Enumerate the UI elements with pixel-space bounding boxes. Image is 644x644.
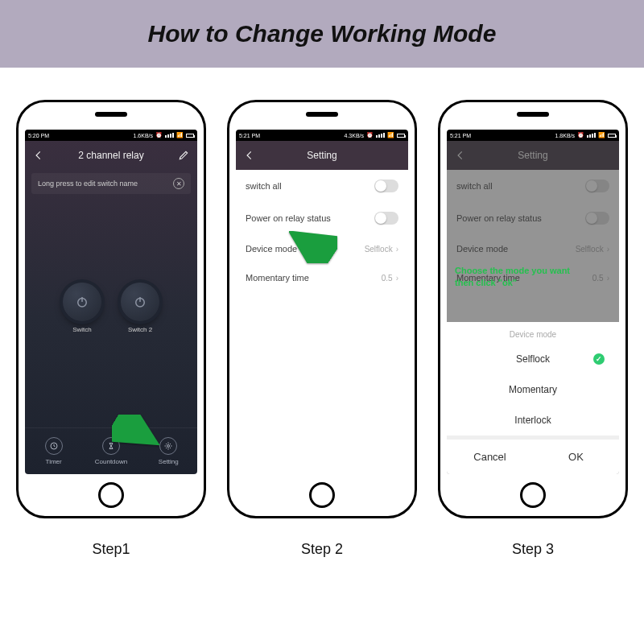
toggle-switch-all[interactable] [374, 180, 398, 192]
switch-1-label: Switch [72, 326, 92, 333]
power-icon [63, 283, 101, 321]
status-time: 5:21 PM [239, 133, 260, 138]
wifi-icon: 📶 [176, 132, 184, 138]
hint-text: Long press to edit switch name [38, 180, 138, 188]
status-rate: 4.3KB/s [344, 133, 364, 138]
screen-3: 5:21 PM 1.8KB/s ⏰ 📶 Setting [447, 130, 619, 474]
phone-speaker [306, 112, 338, 117]
gear-icon [159, 437, 177, 455]
phone-frame-2: 5:21 PM 4.3KB/s ⏰ 📶 Setting [227, 100, 417, 518]
back-icon[interactable] [244, 150, 255, 161]
option-momentary[interactable]: Momentary [447, 374, 619, 405]
switch-1-button[interactable]: Switch [63, 283, 101, 333]
switch-row: Switch Switch 2 [25, 283, 197, 333]
toggle-power-on[interactable] [374, 212, 398, 225]
alarm-icon: ⏰ [155, 132, 163, 138]
page-title: How to Change Working Mode [148, 20, 497, 47]
home-button[interactable] [520, 482, 546, 508]
status-rate: 1.6KB/s [133, 133, 153, 138]
signal-icon [587, 133, 596, 138]
chevron-right-icon: › [396, 245, 398, 254]
hint-bar: Long press to edit switch name ✕ [31, 173, 191, 194]
battery-icon [608, 134, 616, 138]
row-label: switch all [246, 181, 282, 191]
edit-icon[interactable] [178, 150, 189, 161]
row-switch-all[interactable]: switch all [236, 170, 408, 202]
status-time: 5:21 PM [450, 133, 471, 138]
step2-column: 5:21 PM 4.3KB/s ⏰ 📶 Setting [227, 100, 417, 558]
row-value: 0.5 [382, 274, 393, 283]
wifi-icon: 📶 [387, 132, 394, 138]
annotation-text: Choose the mode you want then click "ok" [455, 265, 570, 289]
device-mode-sheet: Device mode Selflock ✓ Momentary Interlo… [447, 322, 619, 474]
screen-title: 2 channel relay [44, 150, 178, 161]
status-bar: 5:21 PM 4.3KB/s ⏰ 📶 [236, 130, 408, 141]
cancel-button[interactable]: Cancel [447, 440, 533, 474]
check-icon: ✓ [593, 353, 605, 365]
option-label: Momentary [509, 384, 557, 395]
clock-icon [45, 437, 63, 455]
status-bar: 5:20 PM 1.6KB/s ⏰ 📶 [25, 130, 197, 141]
chevron-right-icon: › [396, 274, 398, 283]
tab-countdown[interactable]: Countdown [82, 428, 139, 474]
step1-column: 5:20 PM 1.6KB/s ⏰ 📶 2 channel relay [16, 100, 206, 558]
row-momentary-time[interactable]: Momentary time 0.5 › [236, 263, 408, 292]
ok-button[interactable]: OK [533, 440, 619, 474]
step-label-1: Step1 [92, 541, 130, 558]
signal-icon [376, 133, 385, 138]
screen-2: 5:21 PM 4.3KB/s ⏰ 📶 Setting [236, 130, 408, 474]
row-label: Power on relay status [246, 213, 331, 223]
sheet-title: Device mode [447, 322, 619, 344]
page-banner: How to Change Working Mode [0, 0, 644, 68]
switch-2-label: Switch 2 [128, 326, 152, 333]
step-label-3: Step 3 [512, 541, 554, 558]
switch-2-button[interactable]: Switch 2 [121, 283, 159, 333]
option-label: Selflock [516, 353, 550, 365]
tab-countdown-label: Countdown [95, 458, 127, 465]
battery-icon [397, 134, 405, 138]
app-bar: Setting [236, 141, 408, 170]
tab-timer[interactable]: Timer [25, 428, 82, 474]
back-icon[interactable] [33, 150, 44, 161]
screen-title: Setting [255, 150, 389, 161]
row-device-mode[interactable]: Device mode Selflock › [236, 234, 408, 263]
row-label: Momentary time [246, 273, 309, 283]
alarm-icon: ⏰ [366, 132, 374, 138]
tab-timer-label: Timer [46, 458, 62, 465]
tab-setting[interactable]: Setting [140, 428, 197, 474]
option-selflock[interactable]: Selflock ✓ [447, 344, 619, 374]
option-label: Interlock [514, 415, 551, 426]
svg-point-5 [167, 445, 170, 448]
row-value: Selflock [365, 245, 393, 254]
home-button[interactable] [98, 482, 124, 508]
wifi-icon: 📶 [598, 132, 605, 138]
alarm-icon: ⏰ [577, 132, 584, 138]
power-icon [121, 283, 159, 321]
step3-column: 5:21 PM 1.8KB/s ⏰ 📶 Setting [438, 100, 628, 558]
phone-speaker [517, 112, 549, 117]
status-time: 5:20 PM [28, 133, 49, 138]
row-label: Device mode [246, 244, 297, 254]
phone-speaker [95, 112, 127, 117]
status-bar: 5:21 PM 1.8KB/s ⏰ 📶 [447, 130, 619, 141]
hourglass-icon [102, 437, 120, 455]
tab-setting-label: Setting [159, 458, 179, 465]
status-rate: 1.8KB/s [555, 133, 575, 138]
step-label-2: Step 2 [301, 541, 343, 558]
close-icon[interactable]: ✕ [173, 178, 184, 189]
phone-frame-3: 5:21 PM 1.8KB/s ⏰ 📶 Setting [438, 100, 628, 518]
phone-frame-1: 5:20 PM 1.6KB/s ⏰ 📶 2 channel relay [16, 100, 206, 518]
bottom-tabbar: Timer Countdown Setting [25, 427, 197, 474]
battery-icon [186, 134, 194, 138]
app-bar: 2 channel relay [25, 141, 197, 170]
signal-icon [165, 133, 174, 138]
home-button[interactable] [309, 482, 335, 508]
row-power-on[interactable]: Power on relay status [236, 202, 408, 234]
screen-1: 5:20 PM 1.6KB/s ⏰ 📶 2 channel relay [25, 130, 197, 474]
option-interlock[interactable]: Interlock [447, 405, 619, 436]
